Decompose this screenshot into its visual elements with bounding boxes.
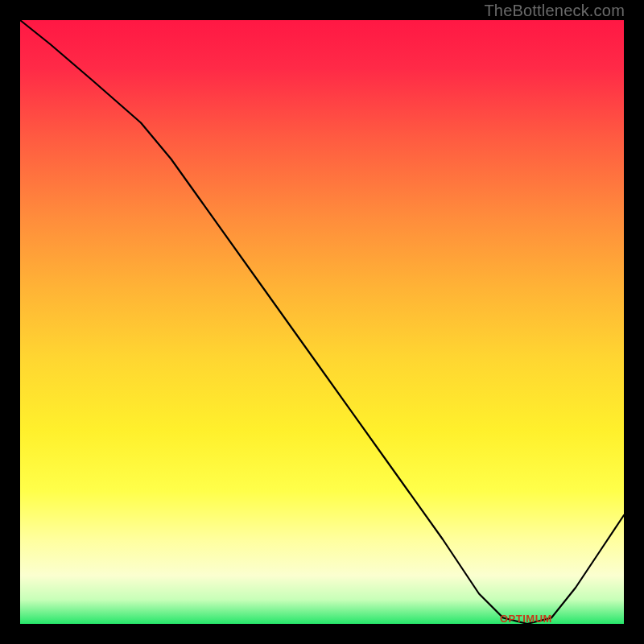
chart-stage: OPTIMUM TheBottleneck.com: [0, 0, 644, 644]
chart-line-layer: [20, 20, 624, 624]
attribution-text: TheBottleneck.com: [484, 2, 625, 20]
optimum-label: OPTIMUM: [500, 613, 552, 625]
bottleneck-curve: [20, 20, 624, 624]
